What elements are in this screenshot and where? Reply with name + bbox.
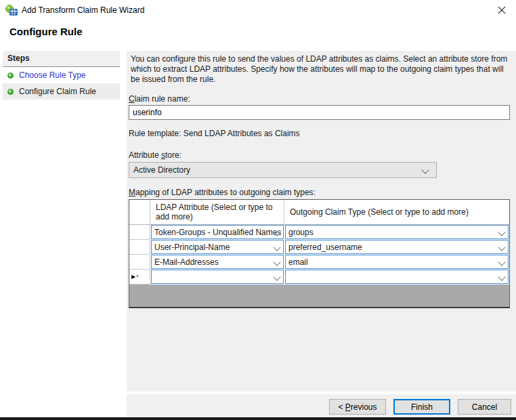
combo-chevron-icon xyxy=(498,273,505,280)
row-selector-cell[interactable]: ▶* xyxy=(129,270,150,285)
outgoing-claim-type-combobox[interactable]: groups xyxy=(285,225,509,239)
grid-header-row: LDAP Attribute (Select or type to add mo… xyxy=(129,200,509,225)
new-row-indicator-icon: ▶* xyxy=(131,274,139,280)
combo-chevron-icon xyxy=(273,258,280,266)
attribute-store-value: Active Directory xyxy=(133,165,190,175)
table-row: User-Principal-Name preferred_username xyxy=(129,240,509,255)
previous-button[interactable]: < Previous xyxy=(329,399,386,415)
close-button[interactable] xyxy=(493,3,511,18)
sidebar-item-label: Choose Rule Type xyxy=(19,70,86,80)
sidebar-item-configure-claim-rule[interactable]: Configure Claim Rule xyxy=(3,83,120,100)
window-bottom-edge xyxy=(0,417,516,420)
ldap-attribute-combobox[interactable]: User-Principal-Name xyxy=(151,240,284,254)
combo-chevron-icon xyxy=(498,243,505,251)
wizard-icon xyxy=(5,5,18,16)
combo-chevron-icon xyxy=(273,243,280,251)
window-title: Add Transform Claim Rule Wizard xyxy=(22,5,144,15)
grid-selector-header-cell xyxy=(129,200,150,224)
wizard-window: Add Transform Claim Rule Wizard Configur… xyxy=(0,0,516,420)
mapping-label: Mapping of LDAP attributes to outgoing c… xyxy=(129,188,316,197)
step-status-icon xyxy=(7,72,14,79)
grid-body: Token-Groups - Unqualified Names groups … xyxy=(129,225,509,285)
outgoing-claim-type-combobox[interactable]: preferred_username xyxy=(285,240,509,254)
step-status-icon xyxy=(7,89,14,95)
ldap-attribute-combobox[interactable]: E-Mail-Addresses xyxy=(151,255,284,269)
outgoing-claim-type-combobox[interactable] xyxy=(285,270,509,284)
close-icon xyxy=(498,6,506,14)
row-selector-cell[interactable] xyxy=(129,240,150,255)
grid-col-header-outgoing-claim-type[interactable]: Outgoing Claim Type (Select or type to a… xyxy=(284,200,509,224)
outgoing-claim-type-combobox[interactable]: email xyxy=(285,255,509,269)
attribute-store-select[interactable]: Active Directory xyxy=(129,162,437,178)
claim-rule-name-label: Claim rule name: xyxy=(129,94,190,104)
combo-chevron-icon xyxy=(498,228,505,236)
table-row: Token-Groups - Unqualified Names groups xyxy=(129,225,509,240)
rule-description: You can configure this rule to send the … xyxy=(131,54,511,85)
page-title: Configure Rule xyxy=(9,26,83,37)
attribute-store-label: Attribute store: xyxy=(129,150,181,160)
ldap-attribute-combobox[interactable] xyxy=(151,270,284,284)
cancel-button[interactable]: Cancel xyxy=(458,399,511,415)
table-row: E-Mail-Addresses email xyxy=(129,255,509,270)
steps-header: Steps xyxy=(3,51,120,67)
ldap-attribute-combobox[interactable]: Token-Groups - Unqualified Names xyxy=(151,225,284,239)
combo-chevron-icon xyxy=(273,273,280,280)
row-selector-cell[interactable] xyxy=(129,255,150,270)
table-row: ▶* xyxy=(129,270,509,285)
mapping-grid: LDAP Attribute (Select or type to add mo… xyxy=(129,199,510,308)
claim-rule-name-input[interactable] xyxy=(129,105,510,120)
rule-template-text: Rule template: Send LDAP Attributes as C… xyxy=(129,129,300,138)
steps-panel: Steps Choose Rule Type Configure Claim R… xyxy=(3,51,120,417)
finish-button[interactable]: Finish xyxy=(393,399,450,415)
row-selector-cell[interactable] xyxy=(129,225,150,240)
titlebar: Add Transform Claim Rule Wizard xyxy=(0,0,516,20)
combo-chevron-icon xyxy=(498,258,505,266)
sidebar-item-label: Configure Claim Rule xyxy=(19,87,96,96)
chevron-down-icon xyxy=(421,166,429,173)
sidebar-item-choose-rule-type[interactable]: Choose Rule Type xyxy=(3,67,120,83)
grid-col-header-ldap-attribute[interactable]: LDAP Attribute (Select or type to add mo… xyxy=(150,200,284,224)
